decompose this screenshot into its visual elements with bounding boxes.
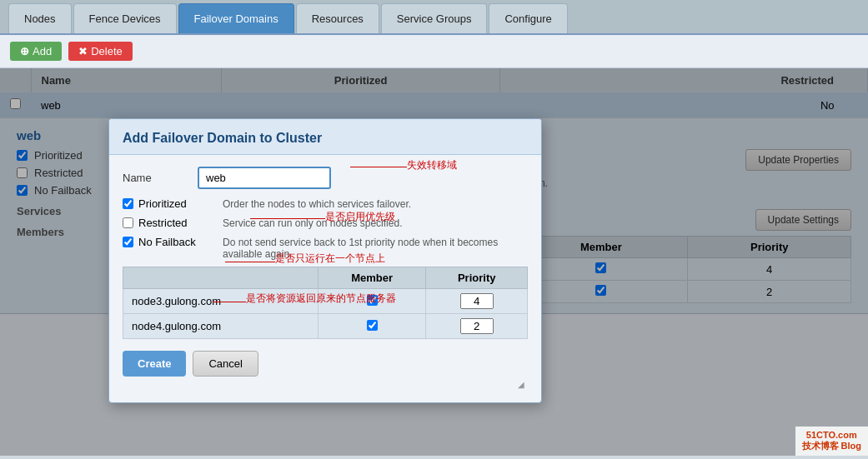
delete-label: Delete	[91, 45, 123, 57]
dialog-prioritized-row: Prioritized Order the nodes to which ser…	[123, 197, 528, 210]
dialog-no-failback-row: No Failback Do not send service back to …	[123, 236, 528, 260]
watermark-line1: 51CTO.com	[802, 430, 862, 440]
tab-configure[interactable]: Configure	[489, 3, 567, 33]
dialog-member-priority-1	[426, 289, 528, 314]
dialog-priority-input-2[interactable]	[460, 318, 494, 334]
dialog-no-failback-desc: Do not send service back to 1st priority…	[223, 236, 528, 260]
main-content: Name Prioritized Restricted web No web P…	[0, 68, 868, 456]
dialog-member-row: node3.gulong.com	[123, 289, 528, 314]
dialog-prioritized-label-area: Prioritized	[123, 197, 223, 210]
dialog-no-failback-label-area: No Failback	[123, 236, 223, 248]
dialog-header: Add Failover Domain to Cluster	[109, 119, 541, 155]
dialog-title: Add Failover Domain to Cluster	[123, 131, 528, 146]
dialog-name-label: Name	[123, 172, 198, 184]
resize-handle[interactable]: ◢	[123, 378, 528, 391]
tab-nodes[interactable]: Nodes	[8, 3, 72, 33]
x-icon: ✖	[78, 45, 88, 57]
dialog-priority-input-1[interactable]	[460, 293, 494, 309]
dialog-no-failback-label: No Failback	[138, 236, 196, 248]
create-button[interactable]: Create	[123, 351, 186, 377]
dialog-name-input[interactable]	[198, 167, 331, 189]
dialog-prioritized-checkbox[interactable]	[123, 198, 133, 209]
dialog-restricted-checkbox[interactable]	[123, 217, 133, 228]
dialog-member-row: node4.gulong.com	[123, 314, 528, 339]
dialog-member-name-2: node4.gulong.com	[123, 314, 319, 339]
dialog: Add Failover Domain to Cluster Name Prio…	[108, 118, 542, 403]
dialog-member-name-1: node3.gulong.com	[123, 289, 319, 314]
dialog-no-failback-checkbox[interactable]	[123, 237, 133, 247]
tab-resources[interactable]: Resources	[296, 3, 379, 33]
add-label: Add	[33, 45, 52, 57]
tab-failover-domains[interactable]: Failover Domains	[178, 3, 294, 33]
dialog-prioritized-desc: Order the nodes to which services failov…	[223, 197, 528, 210]
dialog-mem-col-name	[123, 267, 319, 289]
add-button[interactable]: ⊕ Add	[10, 42, 62, 61]
dialog-member-priority-2	[426, 314, 528, 339]
tab-fence-devices[interactable]: Fence Devices	[73, 3, 177, 33]
tab-service-groups[interactable]: Service Groups	[381, 3, 488, 33]
plus-icon: ⊕	[20, 45, 29, 57]
dialog-member-check-1[interactable]	[318, 289, 426, 314]
dialog-actions: Create Cancel	[123, 346, 528, 378]
dialog-mem-col-member: Member	[318, 267, 426, 289]
watermark-line2: 技术博客 Blog	[802, 440, 862, 452]
watermark: 51CTO.com 技术博客 Blog	[795, 427, 869, 456]
cancel-button[interactable]: Cancel	[193, 351, 258, 377]
dialog-name-field: Name	[123, 167, 528, 189]
nav-tabs: Nodes Fence Devices Failover Domains Res…	[0, 0, 868, 35]
dialog-restricted-label-area: Restricted	[123, 217, 223, 229]
dialog-prioritized-label: Prioritized	[138, 197, 187, 210]
dialog-restricted-desc: Service can run only on nodes specified.	[223, 217, 528, 229]
dialog-mem-col-priority: Priority	[426, 267, 528, 289]
toolbar: ⊕ Add ✖ Delete	[0, 35, 868, 68]
dialog-body: Name Prioritized Order the nodes to whic…	[109, 155, 541, 402]
dialog-restricted-row: Restricted Service can run only on nodes…	[123, 217, 528, 229]
dialog-restricted-label: Restricted	[138, 217, 188, 229]
dialog-member-check-2[interactable]	[318, 314, 426, 339]
dialog-members-table: Member Priority node3.gulong.com node4.g…	[123, 267, 528, 339]
delete-button[interactable]: ✖ Delete	[68, 42, 133, 61]
